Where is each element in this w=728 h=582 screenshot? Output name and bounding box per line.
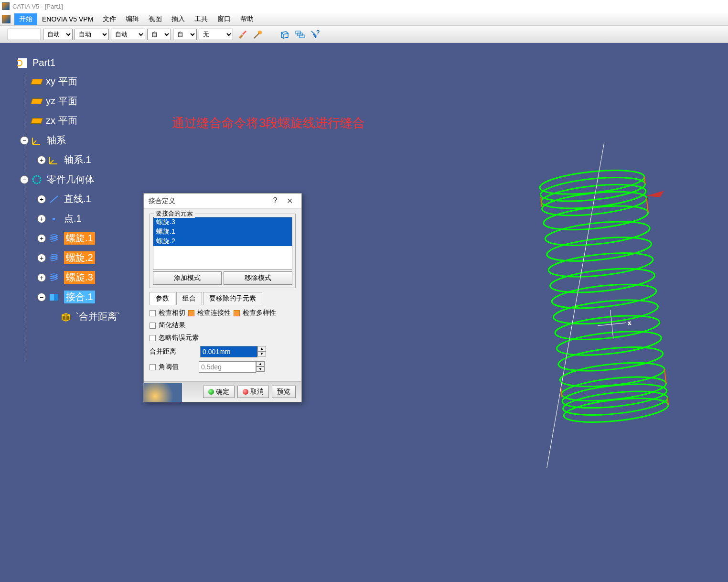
tree-merge[interactable]: `合并距离`: [17, 310, 120, 323]
toolbar-select-5[interactable]: 自: [173, 29, 197, 40]
toolbar-select-3[interactable]: 自动: [111, 29, 145, 40]
tree-join1[interactable]: − 接合.1: [17, 291, 120, 303]
gear-icon: [32, 175, 43, 184]
plane-icon: [31, 98, 43, 104]
check-simplify[interactable]: [150, 323, 156, 329]
toolbar-select-6[interactable]: 无: [199, 29, 233, 40]
expand-icon[interactable]: +: [37, 254, 46, 262]
svg-rect-8: [53, 218, 55, 220]
dialog-help-button[interactable]: ?: [268, 196, 282, 205]
tree-helix2[interactable]: + 螺旋.2: [17, 251, 120, 264]
tree-xy-plane[interactable]: xy 平面: [17, 75, 120, 88]
svg-point-22: [554, 312, 661, 344]
menu-insert[interactable]: 插入: [167, 13, 190, 25]
menu-file[interactable]: 文件: [98, 13, 121, 25]
svg-rect-10: [54, 294, 58, 301]
tree-line1-label: 直线.1: [64, 193, 91, 205]
svg-point-23: [556, 327, 662, 359]
menu-start[interactable]: 开始: [14, 13, 37, 25]
tree-axis-system[interactable]: − 轴系: [17, 134, 120, 147]
wand-icon[interactable]: [252, 29, 264, 40]
svg-point-15: [543, 202, 649, 234]
menu-bar: 开始 ENOVIA V5 VPM 文件 编辑 视图 插入 工具 窗口 帮助: [0, 12, 728, 26]
dialog-body: 要接合的元素 螺旋.3 螺旋.1 螺旋.2 添加模式 移除模式 参数 组合 要移…: [144, 209, 301, 381]
menu-window[interactable]: 窗口: [213, 13, 236, 25]
tree-root[interactable]: Part1: [17, 57, 120, 68]
menu-help[interactable]: 帮助: [236, 13, 258, 25]
tree-axis-1[interactable]: + 轴系.1: [17, 153, 120, 166]
tree-helix3[interactable]: + 螺旋.3: [17, 271, 120, 284]
tree-yz-plane[interactable]: yz 平面: [17, 95, 120, 108]
list-item[interactable]: 螺旋.3: [153, 217, 292, 227]
check-ignore[interactable]: [150, 335, 156, 341]
elements-group-label: 要接合的元素: [154, 209, 195, 218]
tab-combine[interactable]: 组合: [176, 292, 202, 305]
elements-list[interactable]: 螺旋.3 螺旋.1 螺旋.2: [153, 217, 292, 269]
app-logo-icon: [2, 2, 10, 10]
remove-mode-button[interactable]: 移除模式: [224, 271, 292, 285]
box-icon[interactable]: [279, 29, 290, 40]
preview-button[interactable]: 预览: [272, 386, 296, 398]
tree-helix1[interactable]: + 螺旋.1: [17, 232, 120, 245]
check-tangent[interactable]: [150, 310, 156, 316]
tree-merge-label: `合并距离`: [75, 310, 120, 323]
tab-subremove[interactable]: 要移除的子元素: [203, 292, 262, 305]
menu-enovia[interactable]: ENOVIA V5 VPM: [37, 14, 98, 24]
helix-icon: [49, 253, 60, 263]
collapse-icon[interactable]: −: [20, 175, 29, 184]
collapse-icon[interactable]: −: [37, 293, 46, 302]
tree-body[interactable]: − 零件几何体: [17, 173, 120, 186]
arrow-help-icon[interactable]: ?: [310, 29, 321, 40]
tree-axis1-label: 轴系.1: [64, 153, 91, 166]
dialog-close-button[interactable]: ✕: [282, 196, 297, 205]
specification-tree: Part1 xy 平面 yz 平面 zx 平面 − 轴系 + 轴系.1 − 零件…: [17, 57, 120, 330]
tree-body-label: 零件几何体: [47, 173, 95, 186]
add-mode-button[interactable]: 添加模式: [153, 271, 222, 285]
svg-rect-9: [50, 294, 54, 301]
check-angle[interactable]: [150, 364, 156, 370]
menu-view[interactable]: 视图: [144, 13, 167, 25]
tree-point1-label: 点.1: [64, 212, 82, 225]
toolbar-colorbox[interactable]: [8, 29, 41, 40]
stack-icon[interactable]: [294, 29, 306, 40]
svg-rect-1: [296, 31, 300, 34]
viewport-3d[interactable]: Part1 xy 平面 yz 平面 zx 平面 − 轴系 + 轴系.1 − 零件…: [0, 43, 728, 582]
spinner[interactable]: ▲▼: [257, 346, 266, 357]
cancel-button[interactable]: 取消: [237, 386, 269, 398]
merge-distance-label: 合并距离: [150, 347, 197, 356]
menu-tools[interactable]: 工具: [190, 13, 213, 25]
elements-group: 要接合的元素 螺旋.3 螺旋.1 螺旋.2 添加模式 移除模式: [150, 214, 296, 288]
check-manifold[interactable]: [234, 310, 240, 316]
expand-icon[interactable]: +: [37, 156, 46, 164]
tree-line1[interactable]: + 直线.1: [17, 193, 120, 205]
svg-point-24: [557, 343, 664, 375]
list-item[interactable]: 螺旋.1: [153, 227, 292, 237]
angle-label: 角阈值: [159, 363, 196, 371]
tree-point1[interactable]: + 点.1: [17, 212, 120, 225]
footer-decoration: [144, 383, 182, 402]
plane-icon: [31, 118, 43, 124]
toolbar-select-4[interactable]: 自: [147, 29, 171, 40]
brush-icon[interactable]: [237, 29, 248, 40]
dialog-footer: 确定 取消 预览: [144, 381, 301, 402]
spinner: ▲▼: [256, 361, 265, 373]
expand-icon[interactable]: +: [37, 195, 46, 204]
expand-icon[interactable]: +: [37, 273, 46, 282]
expand-icon[interactable]: +: [37, 234, 46, 243]
tree-yz-label: yz 平面: [46, 95, 77, 108]
tree-root-label: Part1: [32, 57, 55, 68]
menu-edit[interactable]: 编辑: [121, 13, 144, 25]
expand-icon[interactable]: +: [37, 215, 46, 223]
helix-icon: [49, 234, 60, 243]
toolbar-select-2[interactable]: 自动: [75, 29, 109, 40]
dialog-titlebar[interactable]: 接合定义 ? ✕: [144, 194, 301, 209]
tab-params[interactable]: 参数: [150, 292, 175, 305]
tree-zx-plane[interactable]: zx 平面: [17, 114, 120, 127]
merge-distance-input[interactable]: [200, 346, 257, 357]
list-item[interactable]: 螺旋.2: [153, 237, 292, 246]
collapse-icon[interactable]: −: [20, 136, 29, 145]
ok-button[interactable]: 确定: [203, 386, 235, 398]
check-connect[interactable]: [188, 310, 194, 316]
toolbar-select-1[interactable]: 自动: [43, 29, 73, 40]
tree-connector: [26, 75, 26, 361]
